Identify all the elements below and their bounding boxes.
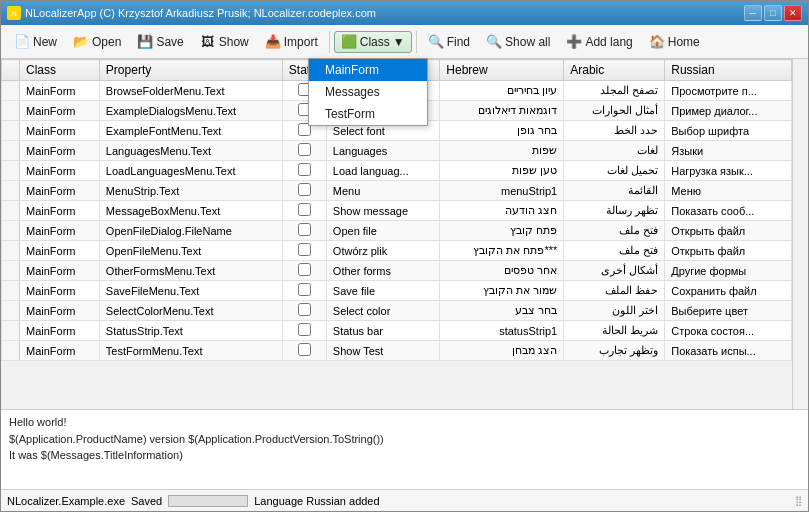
table-row[interactable]: MainFormSaveFileMenu.TextSave fileשמור א… <box>2 281 792 301</box>
minimize-button[interactable]: ─ <box>744 5 762 21</box>
cell-russian: Сохранить файл <box>665 281 792 301</box>
status-message: Language Russian added <box>254 495 379 507</box>
cell-arabic: اختر اللون <box>564 301 665 321</box>
cell-static[interactable] <box>282 241 326 261</box>
row-number <box>2 241 20 261</box>
cell-property: TestFormMenu.Text <box>99 341 282 361</box>
import-button[interactable]: 📥 Import <box>258 31 325 53</box>
import-label: Import <box>284 35 318 49</box>
table-row[interactable]: MainFormStatusStrip.TextStatus barstatus… <box>2 321 792 341</box>
row-number <box>2 261 20 281</box>
cell-hebrew: פתח קובץ <box>440 221 564 241</box>
open-label: Open <box>92 35 121 49</box>
cell-class: MainForm <box>20 161 100 181</box>
cell-russian: Просмотрите п... <box>665 81 792 101</box>
table-row[interactable]: MainFormLanguagesMenu.TextLanguagesשפותل… <box>2 141 792 161</box>
dropdown-item-messages[interactable]: Messages <box>309 81 427 103</box>
save-icon: 💾 <box>137 34 153 50</box>
cell-hebrew: טען שפות <box>440 161 564 181</box>
addlang-button[interactable]: ➕ Add lang <box>559 31 639 53</box>
dropdown-item-mainform[interactable]: MainForm <box>309 59 427 81</box>
cell-hebrew: menuStrip1 <box>440 181 564 201</box>
cell-english: Load languag... <box>326 161 440 181</box>
cell-static[interactable] <box>282 181 326 201</box>
cell-hebrew: בחר גופן <box>440 121 564 141</box>
cell-static[interactable] <box>282 261 326 281</box>
open-button[interactable]: 📂 Open <box>66 31 128 53</box>
find-button[interactable]: 🔍 Find <box>421 31 477 53</box>
home-label: Home <box>668 35 700 49</box>
home-button[interactable]: 🏠 Home <box>642 31 707 53</box>
cell-russian: Строка состоя... <box>665 321 792 341</box>
class-label: Class <box>360 35 390 49</box>
new-button[interactable]: 📄 New <box>7 31 64 53</box>
save-label: Save <box>156 35 183 49</box>
show-button[interactable]: 🖼 Show <box>193 31 256 53</box>
row-number <box>2 281 20 301</box>
cell-russian: Открыть файл <box>665 221 792 241</box>
cell-class: MainForm <box>20 261 100 281</box>
cell-arabic: حدد الخط <box>564 121 665 141</box>
cell-property: OtherFormsMenu.Text <box>99 261 282 281</box>
save-button[interactable]: 💾 Save <box>130 31 190 53</box>
table-row[interactable]: MainFormSelectColorMenu.TextSelect color… <box>2 301 792 321</box>
show-icon: 🖼 <box>200 34 216 50</box>
col-class[interactable]: Class <box>20 60 100 81</box>
cell-static[interactable] <box>282 201 326 221</box>
cell-static[interactable] <box>282 301 326 321</box>
class-dropdown-button[interactable]: 🟩 Class ▼ <box>334 31 412 53</box>
cell-arabic: فتح ملف <box>564 221 665 241</box>
cell-static[interactable] <box>282 141 326 161</box>
cell-property: MenuStrip.Text <box>99 181 282 201</box>
window-title: NLocalizerApp (C) Krzysztof Arkadiusz Pr… <box>25 7 376 19</box>
col-arabic[interactable]: Arabic <box>564 60 665 81</box>
class-icon: 🟩 <box>341 34 357 50</box>
table-row[interactable]: MainFormOpenFileDialog.FileNameOpen file… <box>2 221 792 241</box>
showall-button[interactable]: 🔍 Show all <box>479 31 557 53</box>
row-number <box>2 221 20 241</box>
cell-class: MainForm <box>20 341 100 361</box>
cell-class: MainForm <box>20 121 100 141</box>
dropdown-item-testform[interactable]: TestForm <box>309 103 427 125</box>
divider-2 <box>416 31 417 53</box>
scrollbar[interactable] <box>792 59 808 409</box>
cell-static[interactable] <box>282 281 326 301</box>
find-label: Find <box>447 35 470 49</box>
col-russian[interactable]: Russian <box>665 60 792 81</box>
cell-russian: Меню <box>665 181 792 201</box>
cell-static[interactable] <box>282 161 326 181</box>
cell-english: Save file <box>326 281 440 301</box>
cell-arabic: القائمة <box>564 181 665 201</box>
home-icon: 🏠 <box>649 34 665 50</box>
cell-russian: Показать испы... <box>665 341 792 361</box>
title-bar: N NLocalizerApp (C) Krzysztof Arkadiusz … <box>1 1 808 25</box>
cell-property: OpenFileDialog.FileName <box>99 221 282 241</box>
status-appname: NLocalizer.Example.exe <box>7 495 125 507</box>
close-button[interactable]: ✕ <box>784 5 802 21</box>
cell-hebrew: דוגמאות דיאלוגים <box>440 101 564 121</box>
cell-english: Show Test <box>326 341 440 361</box>
cell-static[interactable] <box>282 321 326 341</box>
cell-hebrew: בחר צבע <box>440 301 564 321</box>
cell-hebrew: שמור את הקובץ <box>440 281 564 301</box>
cell-static[interactable] <box>282 221 326 241</box>
find-icon: 🔍 <box>428 34 444 50</box>
maximize-button[interactable]: □ <box>764 5 782 21</box>
row-number <box>2 301 20 321</box>
col-hebrew[interactable]: Hebrew <box>440 60 564 81</box>
progress-bar <box>168 495 248 507</box>
cell-static[interactable] <box>282 341 326 361</box>
row-number <box>2 181 20 201</box>
addlang-icon: ➕ <box>566 34 582 50</box>
cell-arabic: تحميل لغات <box>564 161 665 181</box>
cell-hebrew: עיון בחיריים <box>440 81 564 101</box>
showall-icon: 🔍 <box>486 34 502 50</box>
cell-class: MainForm <box>20 301 100 321</box>
table-row[interactable]: MainFormMenuStrip.TextMenumenuStrip1القا… <box>2 181 792 201</box>
table-row[interactable]: MainFormTestFormMenu.TextShow Testהצג מב… <box>2 341 792 361</box>
table-row[interactable]: MainFormOtherFormsMenu.TextOther formsאח… <box>2 261 792 281</box>
table-row[interactable]: MainFormLoadLanguagesMenu.TextLoad langu… <box>2 161 792 181</box>
table-row[interactable]: MainFormMessageBoxMenu.TextShow messageח… <box>2 201 792 221</box>
table-row[interactable]: MainFormOpenFileMenu.TextOtwórz plik***פ… <box>2 241 792 261</box>
col-property[interactable]: Property <box>99 60 282 81</box>
